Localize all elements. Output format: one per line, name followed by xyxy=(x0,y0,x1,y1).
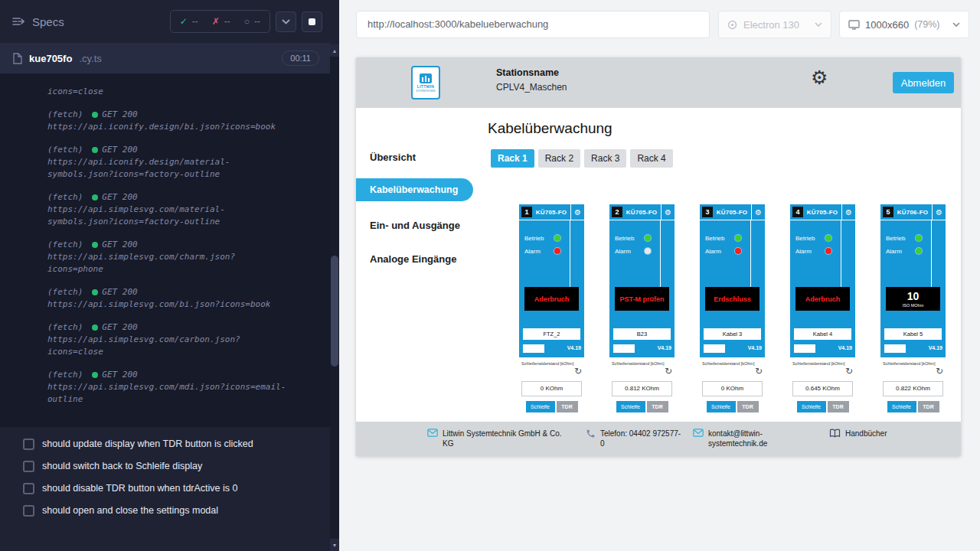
betrieb-label: Betrieb xyxy=(886,235,905,242)
collapse-button[interactable] xyxy=(276,11,296,32)
sidebar-item-analoge-eingaenge[interactable]: Analoge Eingänge xyxy=(370,253,456,265)
request-url: symbols.json?icons=factory-outline xyxy=(47,216,322,228)
tdr-button[interactable]: TDR xyxy=(918,401,939,412)
littwin-logo: LITTWIN SYSTEMTECHNIK xyxy=(411,66,440,99)
tab-rack-1[interactable]: Rack 1 xyxy=(491,149,534,168)
test-state-icon xyxy=(23,483,34,494)
betrieb-led xyxy=(735,235,741,241)
display-subtext: ISO MOhm xyxy=(903,303,924,308)
schleife-button[interactable]: Schleife xyxy=(707,401,736,412)
card-settings-icon[interactable]: ⚙ xyxy=(751,204,765,220)
cypress-runner-panel: Specs ✓ -- ✗ -- ○ -- xyxy=(0,0,339,551)
tdr-button[interactable]: TDR xyxy=(557,401,578,412)
alarm-label: Alarm xyxy=(705,248,721,255)
tab-rack-4[interactable]: Rack 4 xyxy=(630,149,672,168)
card-settings-icon[interactable]: ⚙ xyxy=(570,204,584,220)
network-log-entry[interactable]: (fetch) GET 200 https://api.iconify.desi… xyxy=(47,109,322,133)
network-log-entry[interactable]: (fetch) GET 200 https://api.simplesvg.co… xyxy=(47,239,322,276)
betrieb-label: Betrieb xyxy=(705,235,724,242)
card-number: 2 xyxy=(612,207,622,217)
specs-menu-icon[interactable] xyxy=(12,17,24,26)
browser-selector[interactable]: Electron 130 xyxy=(718,11,831,38)
schleife-button[interactable]: Schleife xyxy=(797,401,826,412)
firmware-version: V4.19 xyxy=(929,345,942,350)
status-display: PST-M prüfen xyxy=(615,287,669,311)
betrieb-led-row: Betrieb xyxy=(886,235,932,242)
status-label: GET 200 xyxy=(102,191,137,204)
refresh-icon[interactable]: ↻ xyxy=(755,367,763,376)
test-item[interactable]: should open and close the settings modal xyxy=(23,504,316,517)
fetch-label: (fetch) xyxy=(47,144,83,156)
test-stats: ✓ -- ✗ -- ○ -- xyxy=(170,10,270,33)
panel-scrollbar[interactable]: ▲ ▼ xyxy=(330,44,339,551)
test-item[interactable]: should switch back to Schleife display xyxy=(23,460,316,472)
tab-rack-3[interactable]: Rack 3 xyxy=(584,149,626,168)
test-title: should switch back to Schleife display xyxy=(42,460,202,472)
firmware-version: V4.19 xyxy=(658,345,671,350)
schleife-button[interactable]: Schleife xyxy=(526,401,555,412)
specs-label[interactable]: Specs xyxy=(32,15,64,28)
status-dot-icon xyxy=(92,324,98,331)
tdr-button[interactable]: TDR xyxy=(737,401,759,412)
refresh-icon[interactable]: ↻ xyxy=(845,367,853,376)
footer-manuals-link[interactable]: Handbücher xyxy=(829,429,887,439)
network-log-entry[interactable]: (fetch) GET 200 https://api.simplesvg.co… xyxy=(47,191,322,228)
refresh-icon[interactable]: ↻ xyxy=(665,367,672,376)
card-settings-icon[interactable]: ⚙ xyxy=(932,204,946,220)
status-dot-icon xyxy=(92,242,98,248)
measurement-value: 0.645 KOhm xyxy=(792,381,853,396)
request-url: https://api.simplesvg.com/carbon.json? xyxy=(47,334,322,346)
network-log-entry[interactable]: (fetch) GET 200 https://api.simplesvg.co… xyxy=(47,369,322,406)
sidebar-item-ein-und-ausgaenge[interactable]: Ein- und Ausgänge xyxy=(370,220,460,231)
cable-name-field[interactable]: Kabel 5 xyxy=(884,328,942,340)
schleife-button[interactable]: Schleife xyxy=(887,401,916,412)
check-icon: ✓ xyxy=(180,16,188,27)
failed-count: -- xyxy=(224,16,230,27)
schleife-button[interactable]: Schleife xyxy=(616,401,645,412)
betrieb-led xyxy=(645,235,651,241)
scroll-down-icon[interactable]: ▼ xyxy=(330,539,339,551)
phone-icon xyxy=(586,429,596,439)
cable-name-field[interactable]: B23 xyxy=(613,328,671,340)
runner-header: Specs ✓ -- ✗ -- ○ -- xyxy=(0,0,330,43)
stop-run-button[interactable] xyxy=(302,11,322,32)
command-log: icons=close (fetch) GET 200 https://api.… xyxy=(0,73,330,427)
cable-name-field[interactable]: Kabel 4 xyxy=(794,328,851,340)
version-box xyxy=(613,344,635,353)
betrieb-led xyxy=(554,235,560,241)
cable-name-field[interactable]: Kabel 3 xyxy=(704,328,761,340)
network-log-entry[interactable]: (fetch) GET 200 https://api.simplesvg.co… xyxy=(47,286,322,311)
firmware-version: V4.19 xyxy=(838,345,852,350)
status-dot-icon xyxy=(92,372,98,378)
screen: Specs ✓ -- ✗ -- ○ -- xyxy=(0,0,980,551)
network-log-entry[interactable]: (fetch) GET 200 https://api.simplesvg.co… xyxy=(47,321,322,358)
logout-button[interactable]: Abmelden xyxy=(893,72,954,93)
card-settings-icon[interactable]: ⚙ xyxy=(661,204,675,220)
scroll-up-icon[interactable]: ▲ xyxy=(330,44,339,57)
refresh-icon[interactable]: ↻ xyxy=(936,367,943,376)
network-log-entry[interactable]: (fetch) GET 200 https://api.iconify.desi… xyxy=(47,144,322,181)
viewport-icon xyxy=(848,20,860,30)
tab-rack-2[interactable]: Rack 2 xyxy=(538,149,580,168)
request-url: icons=close xyxy=(47,346,322,358)
failed-stat: ✗ -- xyxy=(205,16,237,27)
scrollbar-thumb[interactable] xyxy=(331,256,338,367)
url-input[interactable]: http://localhost:3000/kabelueberwachung xyxy=(356,11,710,38)
fetch-label: (fetch) xyxy=(47,109,83,121)
settings-gear-icon[interactable]: ⚙ xyxy=(811,68,828,87)
refresh-icon[interactable]: ↻ xyxy=(574,367,582,376)
viewport-selector[interactable]: 1000x660 (79%) xyxy=(839,11,969,38)
spec-name: kue705fo xyxy=(29,53,72,64)
sidebar-item-uebersicht[interactable]: Übersicht xyxy=(370,152,416,163)
test-item[interactable]: should update display when TDR button is… xyxy=(23,438,316,450)
spec-file-row[interactable]: kue705fo .cy.ts 00:11 xyxy=(0,43,330,73)
card-settings-icon[interactable]: ⚙ xyxy=(841,204,855,220)
cable-name-field[interactable]: FTZ_2 xyxy=(523,328,580,340)
sidebar-item-kabelueberwachung[interactable]: Kabelüberwachung xyxy=(356,178,473,201)
tdr-button[interactable]: TDR xyxy=(828,401,849,412)
status-display: Erdschluss xyxy=(705,287,760,311)
alarm-led xyxy=(825,248,831,254)
tdr-button[interactable]: TDR xyxy=(647,401,668,412)
spec-timer: 00:11 xyxy=(282,51,319,66)
test-item[interactable]: should disable TDR button when tdrActive… xyxy=(23,482,316,494)
